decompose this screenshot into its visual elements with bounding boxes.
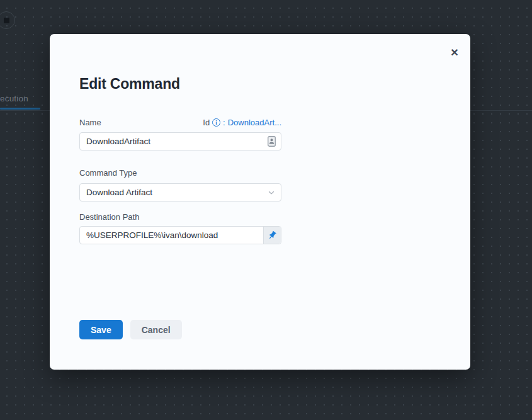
name-input[interactable] xyxy=(80,133,268,150)
app-background: ecution ✕ Edit Command Name Id i : Downl… xyxy=(0,0,532,420)
info-icon[interactable]: i xyxy=(212,118,220,127)
destination-path-label: Destination Path xyxy=(79,212,139,222)
command-type-label: Command Type xyxy=(79,168,137,178)
active-tab-indicator xyxy=(0,108,40,110)
save-button[interactable]: Save xyxy=(79,320,123,339)
name-id-meta: Id i : DownloadArt... xyxy=(203,118,281,127)
stop-icon xyxy=(4,18,9,23)
command-type-field-head: Command Type xyxy=(79,168,281,178)
destination-path-input[interactable] xyxy=(80,227,263,244)
name-field-head: Name Id i : DownloadArt... xyxy=(79,118,281,127)
id-label: Id xyxy=(203,118,210,127)
command-type-value: Download Artifact xyxy=(80,184,267,201)
stop-button[interactable] xyxy=(0,11,15,29)
chevron-down-icon xyxy=(267,184,281,201)
tab-execution[interactable]: ecution xyxy=(0,94,28,103)
name-input-wrap xyxy=(79,132,281,150)
name-label: Name xyxy=(79,118,101,127)
id-separator: : xyxy=(223,118,225,127)
pushpin-icon xyxy=(266,229,279,242)
cancel-button[interactable]: Cancel xyxy=(130,320,182,339)
destination-path-field-head: Destination Path xyxy=(79,212,281,222)
edit-command-modal: ✕ Edit Command Name Id i : DownloadArt..… xyxy=(50,34,470,370)
command-type-select[interactable]: Download Artifact xyxy=(79,183,281,201)
pin-button[interactable] xyxy=(263,227,281,244)
modal-actions: Save Cancel xyxy=(79,320,182,339)
id-link[interactable]: DownloadArt... xyxy=(228,118,281,127)
autofill-contact-icon xyxy=(268,133,281,150)
page-title: Edit Command xyxy=(79,76,180,93)
destination-path-input-wrap xyxy=(79,226,281,244)
close-icon[interactable]: ✕ xyxy=(447,45,462,60)
